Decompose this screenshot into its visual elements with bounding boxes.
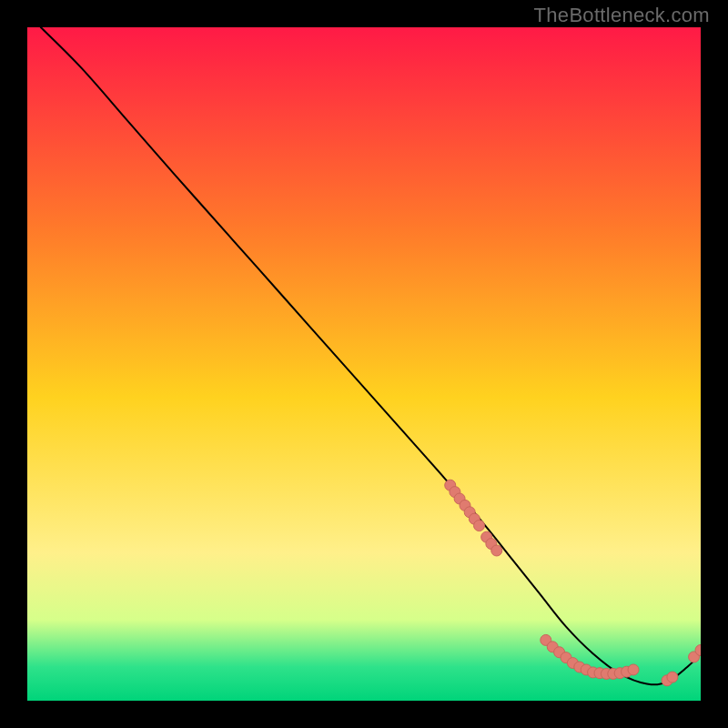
- chart-frame: TheBottleneck.com: [0, 0, 728, 728]
- gradient-background: [27, 27, 701, 701]
- data-point: [667, 672, 678, 682]
- data-point: [491, 545, 502, 556]
- plot-area: [27, 27, 701, 701]
- data-point: [628, 664, 639, 675]
- data-point: [474, 521, 485, 531]
- watermark-text: TheBottleneck.com: [534, 4, 710, 27]
- chart-svg: [27, 27, 701, 701]
